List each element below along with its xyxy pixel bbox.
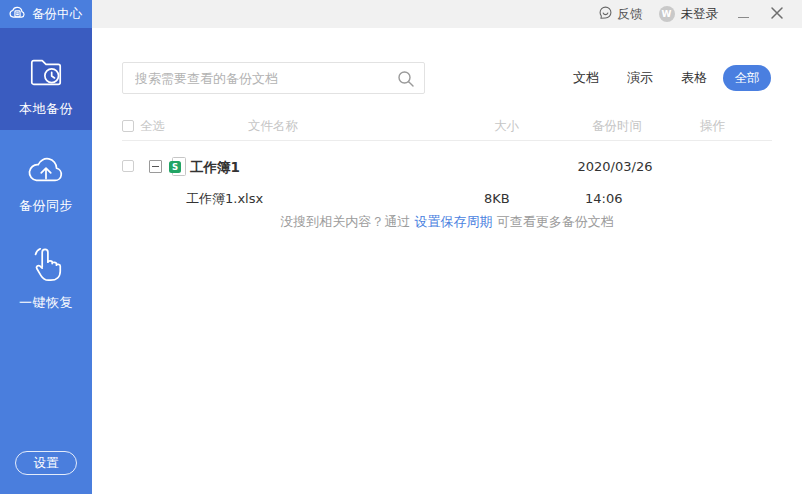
cloud-upload-icon — [26, 153, 66, 190]
select-all-label: 全选 — [140, 112, 165, 140]
tab-spreadsheets[interactable]: 表格 — [681, 69, 707, 87]
hand-click-icon — [27, 244, 65, 287]
avatar: W — [659, 6, 675, 22]
minimize-button[interactable] — [734, 5, 752, 23]
filter-tabs: 文档 演示 表格 全部 — [560, 62, 774, 94]
sidebar-item-backup-sync[interactable]: 备份同步 — [0, 130, 92, 230]
tab-all[interactable]: 全部 — [723, 65, 771, 91]
table-row-file: 工作簿1.xlsx 8KB 14:06 — [122, 186, 772, 212]
file-backup-time: 14:06 — [585, 186, 622, 212]
tab-presentations[interactable]: 演示 — [627, 69, 653, 87]
file-name[interactable]: 工作簿1.xlsx — [186, 186, 263, 212]
account-area[interactable]: W 未登录 — [659, 6, 719, 23]
set-save-period-link[interactable]: 设置保存周期 — [415, 214, 493, 229]
feedback-button[interactable]: 反馈 — [598, 5, 643, 23]
search-box — [122, 62, 425, 94]
header-divider — [122, 140, 772, 141]
row-checkbox[interactable] — [122, 160, 134, 172]
app-title: 备份中心 — [32, 6, 82, 23]
header-backup-time: 备份时间 — [592, 112, 642, 140]
header-size: 大小 — [494, 112, 519, 140]
search-icon[interactable] — [397, 70, 415, 92]
table-row-group: S 工作簿1 2020/03/26 — [122, 152, 772, 182]
minimize-icon — [738, 17, 749, 18]
login-status: 未登录 — [681, 6, 719, 23]
sidebar-item-label: 备份同步 — [19, 197, 73, 215]
group-name[interactable]: 工作簿1 — [190, 152, 240, 182]
sidebar-item-one-key-restore[interactable]: 一键恢复 — [0, 230, 92, 330]
group-backup-date: 2020/03/26 — [530, 152, 700, 182]
spreadsheet-file-icon: S — [169, 157, 186, 177]
sidebar-item-label: 本地备份 — [19, 100, 73, 118]
folder-clock-icon — [27, 54, 65, 93]
title-bar: 备份中心 反馈 W 未登录 — [0, 0, 802, 28]
sidebar-item-label: 一键恢复 — [19, 294, 73, 312]
backup-cloud-icon — [9, 5, 26, 24]
feedback-label: 反馈 — [618, 6, 643, 23]
search-input[interactable] — [123, 63, 424, 93]
titlebar-controls: 反馈 W 未登录 — [598, 0, 802, 28]
hint-suffix: 可查看更多备份文档 — [493, 214, 614, 229]
close-button[interactable] — [768, 5, 786, 23]
table-header: 全选 文件名称 大小 备份时间 操作 — [122, 112, 772, 140]
hint-prefix: 没搜到相关内容？通过 — [280, 214, 414, 229]
settings-button[interactable]: 设置 — [15, 451, 77, 475]
file-size: 8KB — [484, 186, 510, 212]
header-operations: 操作 — [700, 112, 725, 140]
close-icon — [770, 5, 784, 24]
feedback-smiley-icon — [598, 5, 613, 23]
hint-text: 没搜到相关内容？通过 设置保存周期 可查看更多备份文档 — [122, 213, 772, 231]
select-all-checkbox[interactable] — [122, 120, 134, 132]
spreadsheet-badge: S — [169, 161, 181, 173]
header-file-name: 文件名称 — [248, 112, 298, 140]
collapse-icon[interactable] — [149, 160, 162, 173]
sidebar: 本地备份 备份同步 一键恢复 设置 — [0, 28, 92, 494]
app-header: 备份中心 — [0, 0, 92, 28]
sidebar-item-local-backup[interactable]: 本地备份 — [0, 28, 92, 130]
tab-documents[interactable]: 文档 — [573, 69, 599, 87]
